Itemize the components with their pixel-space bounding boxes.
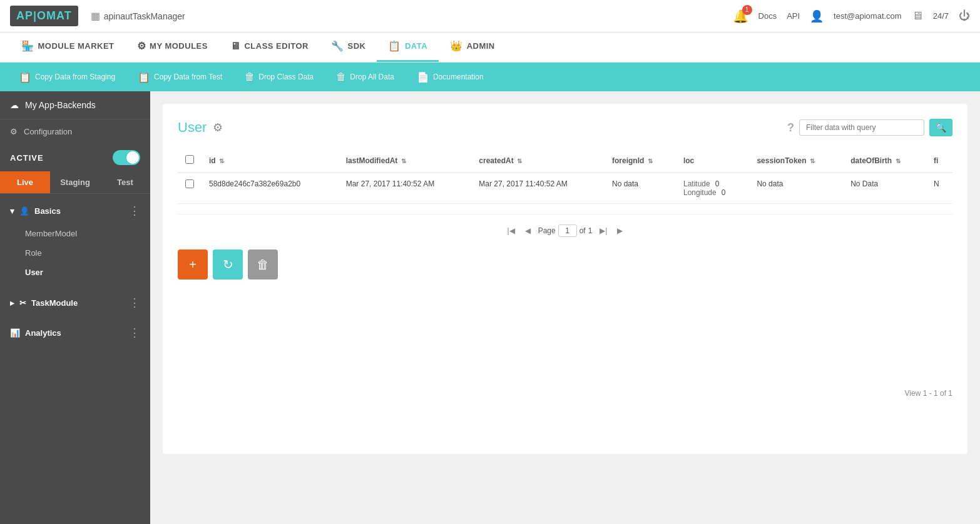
drop-class-icon: 🗑: [245, 71, 255, 83]
table-row: 58d8de246c7a382e69a2b0 Mar 27, 2017 11:4…: [178, 173, 952, 204]
app-name: ▦ apinautTaskManager: [91, 10, 185, 22]
data-icon: 📋: [388, 40, 401, 52]
page-info: Page 1 of 1: [538, 224, 593, 237]
analytics-left: 📊 Analytics: [10, 328, 61, 338]
sidebar-item-role[interactable]: Role: [0, 243, 150, 263]
row-checkbox[interactable]: [185, 179, 194, 188]
nav-data[interactable]: 📋 DATA: [377, 32, 439, 62]
basics-title: ▾ 👤 Basics: [10, 206, 61, 216]
env-tab-live[interactable]: Live: [0, 171, 50, 193]
chevron-down-icon: ▾: [10, 206, 14, 216]
select-all-checkbox[interactable]: [185, 155, 194, 164]
drop-class-button[interactable]: 🗑 Drop Class Data: [236, 63, 322, 91]
id-sort-icon: ⇅: [219, 158, 224, 164]
env-tabs: Live Staging Test: [0, 171, 150, 194]
documentation-label: Documentation: [433, 73, 484, 81]
add-button[interactable]: +: [178, 249, 208, 280]
env-tab-staging[interactable]: Staging: [50, 171, 100, 193]
basics-more-icon[interactable]: ⋮: [129, 204, 140, 218]
active-toggle[interactable]: [113, 150, 140, 165]
sidebar-active-row: ACTIVE: [0, 144, 150, 171]
task-module-icon: ✂: [19, 298, 26, 308]
nav-my-modules[interactable]: ⚙ MY MODULES: [126, 32, 219, 62]
sidebar-section-basics-header[interactable]: ▾ 👤 Basics ⋮: [0, 198, 150, 224]
col-fi: fi: [926, 149, 952, 173]
nav-admin[interactable]: 👑 ADMIN: [439, 32, 506, 62]
col-last-modified: lastModifiedAt ⇅: [339, 149, 472, 173]
view-info: View 1 - 1 of 1: [905, 389, 953, 398]
task-module-more-icon[interactable]: ⋮: [129, 296, 140, 310]
sdk-icon: 🔧: [331, 40, 344, 52]
documentation-button[interactable]: 📄 Documentation: [408, 63, 493, 91]
copy-test-label: Copy Data from Test: [154, 73, 222, 81]
first-page-button[interactable]: |◀: [505, 225, 518, 236]
next-page-button[interactable]: ▶|: [597, 225, 610, 236]
nav-data-label: DATA: [405, 41, 427, 51]
foreign-id-sort-icon: ⇅: [648, 158, 653, 164]
current-page: 1: [558, 224, 577, 237]
copy-test-icon: 📋: [138, 71, 150, 83]
nav-admin-label: ADMIN: [467, 41, 495, 51]
analytics-more-icon[interactable]: ⋮: [129, 326, 140, 340]
latitude-label: Latitude: [683, 179, 710, 188]
cell-session-token: No data: [749, 173, 843, 204]
cell-date-of-birth: No Data: [843, 173, 926, 204]
col-session-token: sessionToken ⇅: [749, 149, 843, 173]
copy-test-button[interactable]: 📋 Copy Data from Test: [129, 63, 231, 91]
delete-button[interactable]: 🗑: [248, 249, 278, 280]
refresh-button[interactable]: ↻: [213, 249, 243, 280]
configuration-label: Configuration: [24, 127, 72, 136]
date-of-birth-sort-icon: ⇅: [896, 158, 901, 164]
user-icon: 👤: [810, 9, 824, 23]
copy-staging-button[interactable]: 📋 Copy Data from Staging: [10, 63, 124, 91]
user-label: User: [25, 268, 43, 277]
search-button[interactable]: 🔍: [929, 119, 952, 136]
docs-link[interactable]: Docs: [758, 11, 777, 21]
env-tab-test[interactable]: Test: [100, 171, 150, 193]
cell-created-at: Mar 27, 2017 11:40:52 AM: [471, 173, 605, 204]
header-checkbox-cell: [178, 149, 202, 173]
cell-fi: N: [926, 173, 952, 204]
subtoolbar: 📋 Copy Data from Staging 📋 Copy Data fro…: [0, 63, 980, 91]
title-gear-icon[interactable]: ⚙: [213, 121, 223, 134]
user-circle-icon: 👤: [19, 206, 29, 216]
staging-tab-label: Staging: [60, 178, 90, 187]
help-button[interactable]: ?: [787, 121, 794, 134]
add-icon: +: [189, 258, 197, 272]
col-foreign-id: foreignId ⇅: [605, 149, 676, 173]
session-token-sort-icon: ⇅: [810, 158, 815, 164]
prev-page-button[interactable]: ◀: [523, 225, 533, 236]
api-link[interactable]: API: [787, 11, 800, 21]
drop-class-label: Drop Class Data: [258, 73, 314, 81]
my-modules-icon: ⚙: [137, 40, 146, 52]
drop-all-label: Drop All Data: [350, 73, 394, 81]
sidebar-my-backends[interactable]: ☁ My App-Backends: [0, 91, 150, 119]
last-page-button[interactable]: ▶: [615, 225, 625, 236]
support-link[interactable]: 24/7: [933, 11, 949, 21]
sidebar-section-task-module-header[interactable]: ▸ ✂ TaskModule ⋮: [0, 290, 150, 316]
class-editor-icon: 🖥: [230, 41, 241, 52]
sidebar-item-member-model[interactable]: MemberModel: [0, 224, 150, 243]
screen-icon[interactable]: 🖥: [912, 9, 923, 23]
chevron-right-icon: ▸: [10, 298, 14, 308]
active-label: ACTIVE: [10, 153, 44, 163]
notification-bell[interactable]: 🔔 1: [733, 9, 748, 24]
sidebar-item-analytics[interactable]: 📊 Analytics ⋮: [0, 320, 150, 346]
nav-module-market[interactable]: 🏪 MODULE MARKET: [10, 32, 126, 62]
drop-all-icon: 🗑: [336, 71, 346, 83]
module-market-icon: 🏪: [21, 40, 34, 52]
nav-sdk[interactable]: 🔧 SDK: [320, 32, 377, 62]
filter-input[interactable]: [799, 119, 924, 136]
col-date-of-birth: dateOfBirth ⇅: [843, 149, 926, 173]
power-icon[interactable]: ⏻: [959, 9, 970, 23]
data-table: id ⇅ lastModifiedAt ⇅ createdAt ⇅ foreig…: [178, 149, 952, 204]
sidebar-configuration[interactable]: ⚙ Configuration: [0, 119, 150, 144]
gear-icon: ⚙: [10, 127, 18, 136]
cell-id: 58d8de246c7a382e69a2b0: [202, 173, 339, 204]
drop-all-button[interactable]: 🗑 Drop All Data: [327, 63, 403, 91]
content-header-right: ? 🔍: [787, 119, 952, 136]
nav-class-editor[interactable]: 🖥 CLASS EDITOR: [219, 32, 320, 62]
sidebar-item-user[interactable]: User: [0, 263, 150, 282]
last-modified-sort-icon: ⇅: [401, 158, 406, 164]
cloud-icon: ☁: [10, 100, 19, 110]
